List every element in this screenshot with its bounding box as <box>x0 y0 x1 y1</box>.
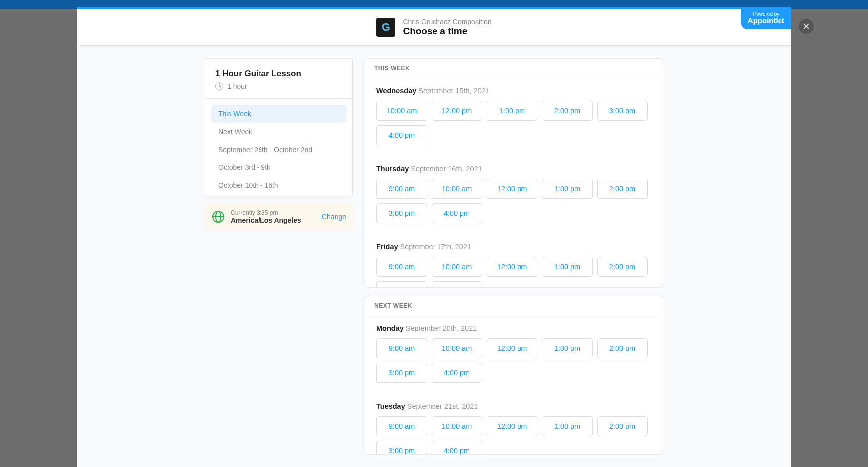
modal-body: 1 Hour Guitar Lesson 1 hour This WeekNex… <box>77 46 791 467</box>
time-slot-button[interactable]: 9:00 am <box>376 416 427 436</box>
time-slot-button[interactable]: 4:00 pm <box>432 363 482 383</box>
time-slot-button[interactable]: 4:00 pm <box>376 125 427 145</box>
week-card-header: NEXT WEEK <box>365 296 663 315</box>
day-name: Thursday <box>376 165 409 173</box>
week-card-header: THIS WEEK <box>365 59 663 78</box>
time-slot-button[interactable]: 4:00 pm <box>432 281 482 288</box>
header-subtitle: Chris Gruchacz Composition <box>403 18 491 26</box>
close-button[interactable] <box>799 19 814 34</box>
timezone-current-time: Currently 3:35 pm <box>231 209 316 216</box>
day-header: Thursday September 16th, 2021 <box>376 165 652 173</box>
clock-icon <box>215 82 223 90</box>
week-item[interactable]: October 10th - 16th <box>211 176 347 194</box>
day-header: Monday September 20th, 2021 <box>376 324 652 332</box>
page-title: Choose a time <box>403 26 491 37</box>
day-name: Monday <box>376 324 404 332</box>
time-slot-button[interactable]: 12:00 pm <box>487 179 537 199</box>
day-section: Tuesday September 21st, 20219:00 am10:00… <box>365 393 663 455</box>
day-date: September 17th, 2021 <box>398 243 472 251</box>
day-name: Friday <box>376 243 398 251</box>
time-slot-button[interactable]: 1:00 pm <box>542 257 593 277</box>
time-slot-button[interactable]: 2:00 pm <box>597 416 648 436</box>
time-slot-button[interactable]: 12:00 pm <box>487 416 537 436</box>
time-slot-button[interactable]: 1:00 pm <box>487 101 537 121</box>
time-slot-button[interactable]: 10:00 am <box>432 179 482 199</box>
time-slot-button[interactable]: 3:00 pm <box>376 441 427 455</box>
week-item[interactable]: Next Week <box>211 123 347 141</box>
week-item[interactable]: This Week <box>211 105 347 123</box>
week-item[interactable]: September 26th - October 2nd <box>211 141 347 158</box>
meeting-duration: 1 hour <box>215 82 343 90</box>
meeting-info-card: 1 Hour Guitar Lesson 1 hour This WeekNex… <box>205 58 353 196</box>
time-slot-button[interactable]: 4:00 pm <box>432 203 482 223</box>
time-slot-button[interactable]: 10:00 am <box>432 257 482 277</box>
schedule-main: THIS WEEKWednesday September 15th, 20211… <box>365 58 663 455</box>
time-slot-button[interactable]: 2:00 pm <box>597 257 648 277</box>
week-card: THIS WEEKWednesday September 15th, 20211… <box>365 58 663 288</box>
time-slot-button[interactable]: 10:00 am <box>432 338 482 358</box>
week-card: NEXT WEEKMonday September 20th, 20219:00… <box>365 296 663 455</box>
day-date: September 20th, 2021 <box>404 324 477 332</box>
meeting-info-header: 1 Hour Guitar Lesson 1 hour <box>205 59 352 99</box>
day-date: September 15th, 2021 <box>416 87 490 95</box>
time-slot-button[interactable]: 3:00 pm <box>376 203 427 223</box>
powered-by-brand: Appointlet <box>748 17 784 25</box>
timezone-card: Currently 3:35 pm America/Los Angeles Ch… <box>205 203 353 230</box>
day-date: September 16th, 2021 <box>409 165 482 173</box>
day-name: Tuesday <box>376 402 405 410</box>
week-list[interactable]: This WeekNext WeekSeptember 26th - Octob… <box>205 99 352 196</box>
time-slot-button[interactable]: 12:00 pm <box>487 338 537 358</box>
day-date: September 21st, 2021 <box>405 402 478 410</box>
slot-grid: 10:00 am12:00 pm1:00 pm2:00 pm3:00 pm4:0… <box>376 101 652 145</box>
time-slot-button[interactable]: 3:00 pm <box>376 281 427 288</box>
time-slot-button[interactable]: 10:00 am <box>432 416 482 436</box>
day-header: Tuesday September 21st, 2021 <box>376 402 652 410</box>
time-slot-button[interactable]: 4:00 pm <box>432 441 482 455</box>
header-inner: G Chris Gruchacz Composition Choose a ti… <box>376 18 491 37</box>
header-text: Chris Gruchacz Composition Choose a time <box>403 18 491 37</box>
time-slot-button[interactable]: 12:00 pm <box>487 257 537 277</box>
slot-grid: 9:00 am10:00 am12:00 pm1:00 pm2:00 pm3:0… <box>376 338 652 383</box>
day-header: Wednesday September 15th, 2021 <box>376 87 652 95</box>
powered-by-badge[interactable]: Powered by Appointlet <box>741 9 791 29</box>
time-slot-button[interactable]: 9:00 am <box>376 338 427 358</box>
time-slot-button[interactable]: 3:00 pm <box>597 101 648 121</box>
booking-modal: G Chris Gruchacz Composition Choose a ti… <box>77 7 791 467</box>
time-slot-button[interactable]: 1:00 pm <box>542 416 593 436</box>
close-icon <box>803 23 810 30</box>
time-slot-button[interactable]: 9:00 am <box>376 179 427 199</box>
day-header: Friday September 17th, 2021 <box>376 243 652 251</box>
week-item[interactable]: October 3rd - 9th <box>211 158 347 176</box>
time-slot-button[interactable]: 3:00 pm <box>376 363 427 383</box>
slot-grid: 9:00 am10:00 am12:00 pm1:00 pm2:00 pm3:0… <box>376 179 652 223</box>
brand-logo: G <box>376 18 395 37</box>
time-slot-button[interactable]: 10:00 am <box>376 101 427 121</box>
time-slot-button[interactable]: 2:00 pm <box>597 179 648 199</box>
time-slot-button[interactable]: 2:00 pm <box>597 338 648 358</box>
slot-grid: 9:00 am10:00 am12:00 pm1:00 pm2:00 pm3:0… <box>376 416 652 455</box>
time-slot-button[interactable]: 9:00 am <box>376 257 427 277</box>
modal-header: G Chris Gruchacz Composition Choose a ti… <box>77 9 791 46</box>
timezone-name: America/Los Angeles <box>231 216 316 224</box>
change-timezone-link[interactable]: Change <box>322 213 346 221</box>
day-name: Wednesday <box>376 87 416 95</box>
day-section: Thursday September 16th, 20219:00 am10:0… <box>365 156 663 234</box>
sidebar: 1 Hour Guitar Lesson 1 hour This WeekNex… <box>205 58 353 455</box>
day-section: Friday September 17th, 20219:00 am10:00 … <box>365 234 663 288</box>
time-slot-button[interactable]: 1:00 pm <box>542 179 593 199</box>
globe-icon <box>212 210 225 223</box>
day-section: Monday September 20th, 20219:00 am10:00 … <box>365 315 663 393</box>
time-slot-button[interactable]: 1:00 pm <box>542 338 593 358</box>
day-section: Wednesday September 15th, 202110:00 am12… <box>365 78 663 156</box>
time-slot-button[interactable]: 12:00 pm <box>432 101 482 121</box>
slot-grid: 9:00 am10:00 am12:00 pm1:00 pm2:00 pm3:0… <box>376 257 652 288</box>
meeting-title: 1 Hour Guitar Lesson <box>215 69 343 78</box>
time-slot-button[interactable]: 2:00 pm <box>542 101 593 121</box>
timezone-info: Currently 3:35 pm America/Los Angeles <box>231 209 316 224</box>
duration-text: 1 hour <box>227 82 247 90</box>
logo-text: G <box>382 21 390 34</box>
